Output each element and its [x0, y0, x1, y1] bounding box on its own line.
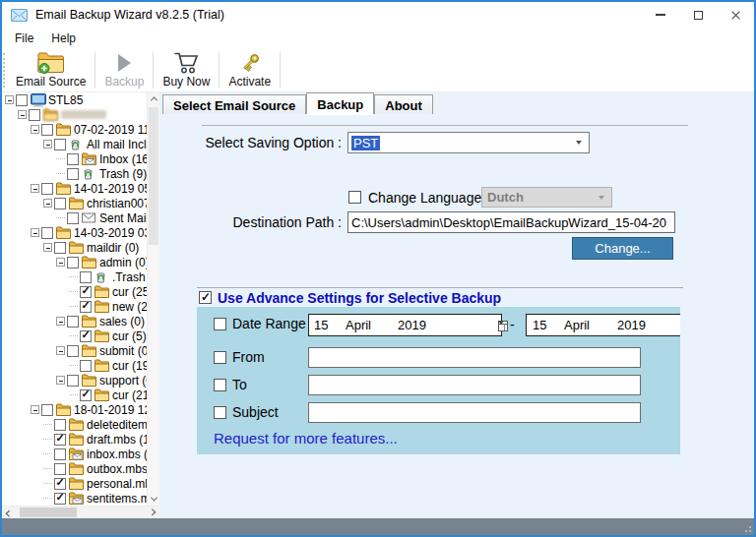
- horizontal-scroll-thumb[interactable]: [20, 507, 77, 517]
- tree-item-checkbox[interactable]: [80, 301, 92, 313]
- from-input[interactable]: [308, 347, 641, 368]
- date-start-picker[interactable]: 15 April 2019: [308, 314, 502, 336]
- tree-item[interactable]: Inbox (16): [2, 151, 147, 166]
- change-path-button[interactable]: Change...: [572, 237, 673, 260]
- scroll-down-arrow[interactable]: [148, 493, 159, 506]
- tree-item[interactable]: christian007g: [2, 196, 147, 210]
- scroll-up-arrow[interactable]: [148, 92, 159, 105]
- change-language-checkbox[interactable]: [348, 191, 361, 204]
- tree-item-checkbox[interactable]: [67, 257, 79, 268]
- maximize-button[interactable]: [679, 2, 717, 28]
- from-checkbox[interactable]: [214, 351, 226, 364]
- expand-toggle[interactable]: [56, 376, 65, 385]
- tree-item-checkbox[interactable]: [80, 360, 92, 372]
- tree-item[interactable]: 07-02-2019 11-4: [2, 122, 147, 137]
- tree-item-checkbox[interactable]: [54, 434, 66, 446]
- expand-toggle[interactable]: [31, 184, 39, 193]
- tree-item[interactable]: maildir (0): [2, 240, 147, 255]
- date-end-picker[interactable]: 15 April 2019: [526, 314, 680, 336]
- tree-item[interactable]: Sent Mail (: [2, 210, 147, 225]
- expand-toggle[interactable]: [43, 140, 52, 149]
- tree-item-checkbox[interactable]: [54, 493, 66, 505]
- toolbar-button-buy-now[interactable]: Buy Now: [156, 49, 217, 91]
- tree-item-checkbox[interactable]: [41, 227, 53, 239]
- tree-item-checkbox[interactable]: [54, 198, 66, 209]
- tree-item[interactable]: inbox.mbs (1: [2, 447, 147, 461]
- tree-item[interactable]: draft.mbs (1): [2, 432, 147, 447]
- tree-item-checkbox[interactable]: [54, 419, 66, 431]
- tree-item-checkbox[interactable]: [41, 404, 53, 416]
- menu-item-help[interactable]: Help: [42, 30, 85, 47]
- tree-item[interactable]: STL85: [2, 92, 147, 107]
- expand-toggle[interactable]: [31, 405, 39, 414]
- to-checkbox[interactable]: [214, 379, 226, 391]
- expand-toggle[interactable]: [56, 317, 65, 326]
- tree-item-checkbox[interactable]: [67, 168, 79, 180]
- expand-toggle[interactable]: [18, 110, 27, 119]
- tree-item[interactable]: All mail Includ: [2, 137, 147, 151]
- tree-item-checkbox[interactable]: [67, 212, 79, 224]
- tree-item-checkbox[interactable]: [29, 109, 40, 121]
- scroll-right-arrow[interactable]: [147, 507, 159, 518]
- tree-item-checkbox[interactable]: [54, 448, 66, 460]
- tree-item-checkbox[interactable]: [54, 242, 66, 254]
- tree-item[interactable]: Trash (9): [2, 166, 147, 181]
- tree-item[interactable]: sales (0): [2, 314, 147, 328]
- toolbar-button-activate[interactable]: Activate: [221, 49, 278, 91]
- tree-item[interactable]: 18-01-2019 12-3: [2, 402, 147, 417]
- tree-item[interactable]: cur (21): [2, 388, 147, 402]
- toolbar-button-backup[interactable]: Backup: [97, 49, 151, 91]
- tree-item[interactable]: submit (0): [2, 343, 147, 358]
- minimize-button[interactable]: [642, 2, 679, 28]
- tree-item-checkbox[interactable]: [67, 153, 79, 165]
- vertical-scroll-thumb[interactable]: [149, 107, 158, 245]
- expand-toggle[interactable]: [31, 125, 39, 134]
- tree-item-checkbox[interactable]: [80, 271, 92, 283]
- tree-item[interactable]: sentitems.mb: [2, 491, 147, 506]
- saving-option-select[interactable]: PST: [347, 132, 590, 153]
- to-input[interactable]: [308, 375, 641, 395]
- tree-item[interactable]: .Trash (: [2, 269, 147, 284]
- tree-item-checkbox[interactable]: [80, 389, 92, 401]
- tree-item[interactable]: cur (19): [2, 358, 147, 373]
- expand-toggle[interactable]: [56, 346, 65, 355]
- tree-item[interactable]: outbox.mbs (: [2, 461, 147, 476]
- advance-settings-checkbox[interactable]: [199, 291, 212, 304]
- tree-item[interactable]: deleteditems: [2, 417, 147, 432]
- tree-item[interactable]: new (25): [2, 299, 147, 314]
- tree-item[interactable]: 14-03-2019 03-4: [2, 225, 147, 240]
- tree-item-checkbox[interactable]: [41, 124, 53, 136]
- tree-item-checkbox[interactable]: [67, 316, 79, 328]
- tree-vertical-scrollbar[interactable]: [147, 92, 159, 506]
- expand-toggle[interactable]: [43, 199, 52, 208]
- resize-grip-icon[interactable]: [742, 523, 752, 533]
- tree-item-checkbox[interactable]: [54, 139, 66, 150]
- subject-checkbox[interactable]: [214, 406, 226, 419]
- subject-input[interactable]: [308, 402, 641, 423]
- tree-item-checkbox[interactable]: [80, 330, 92, 342]
- request-features-link[interactable]: Request for more features...: [214, 430, 398, 447]
- tree-item[interactable]: [2, 107, 147, 122]
- language-select[interactable]: Dutch: [481, 187, 612, 208]
- tree-item-checkbox[interactable]: [41, 183, 53, 195]
- tree-item[interactable]: 14-01-2019 05-0: [2, 181, 147, 196]
- expand-toggle[interactable]: [31, 228, 39, 237]
- tree-item-checkbox[interactable]: [54, 478, 66, 490]
- date-range-checkbox[interactable]: [214, 318, 226, 330]
- tree-item[interactable]: admin (0): [2, 255, 147, 269]
- close-button[interactable]: [717, 2, 754, 28]
- tab-select-email-source[interactable]: Select Email Source: [162, 94, 306, 114]
- toolbar-grip[interactable]: [3, 53, 8, 88]
- toolbar-button-email-source[interactable]: Email Source: [9, 49, 93, 91]
- tree-item[interactable]: cur (5): [2, 328, 147, 343]
- tree-item-checkbox[interactable]: [80, 286, 92, 298]
- tab-about[interactable]: About: [374, 94, 433, 114]
- tree-item[interactable]: support (0): [2, 373, 147, 388]
- expand-toggle[interactable]: [5, 95, 14, 104]
- tree-horizontal-scrollbar[interactable]: [2, 506, 159, 518]
- tab-backup[interactable]: Backup: [306, 92, 374, 114]
- destination-path-input[interactable]: [347, 211, 675, 233]
- scroll-left-arrow[interactable]: [2, 507, 15, 518]
- tree-item-checkbox[interactable]: [54, 463, 66, 475]
- tree-item-checkbox[interactable]: [16, 94, 28, 106]
